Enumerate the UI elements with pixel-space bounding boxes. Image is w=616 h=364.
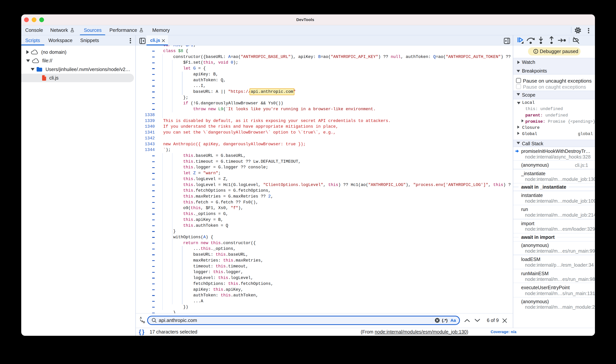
svg-text:A: A: [140, 316, 142, 319]
svg-text:B: B: [143, 320, 145, 324]
